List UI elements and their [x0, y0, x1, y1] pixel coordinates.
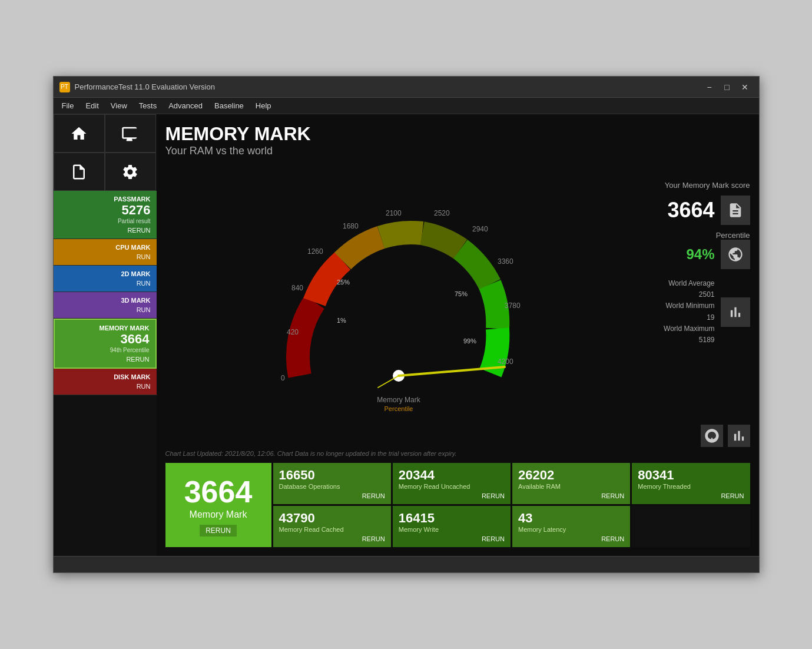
svg-text:75%: 75% — [455, 290, 468, 297]
menu-edit[interactable]: Edit — [79, 99, 104, 112]
chart-button[interactable] — [721, 297, 750, 327]
sidebar: PASSMARK 5276 Partial result RERUN CPU M… — [54, 114, 157, 556]
menu-view[interactable]: View — [105, 99, 133, 112]
result-memread-cached-rerun[interactable]: RERUN — [279, 535, 385, 542]
world-min-label: World Minimum — [665, 302, 714, 310]
score-panel: Your Memory Mark score 3664 Percentile 9… — [644, 163, 750, 447]
result-avail-ram-rerun[interactable]: RERUN — [518, 492, 624, 499]
sidebar-item-diskmark[interactable]: DISK MARK RUN — [54, 369, 157, 395]
menu-advanced[interactable]: Advanced — [163, 99, 208, 112]
sidebar-item-memmark[interactable]: MEMORY MARK 3664 94th Percentile RERUN — [54, 319, 157, 369]
svg-text:25%: 25% — [337, 279, 350, 286]
gear-icon — [121, 163, 139, 181]
close-button[interactable]: ✕ — [737, 81, 753, 94]
world-max-value: 5189 — [699, 336, 715, 344]
svg-text:1%: 1% — [337, 317, 346, 324]
result-mem-write-desc: Memory Write — [399, 526, 505, 533]
result-cell-avail-ram[interactable]: 26202 Available RAM RERUN — [512, 463, 630, 504]
twodmark-run-button[interactable]: RUN — [59, 280, 151, 287]
menu-file[interactable]: File — [56, 99, 80, 112]
result-main-rerun-button[interactable]: RERUN — [200, 525, 237, 537]
result-cell-database[interactable]: 16650 Database Operations RERUN — [273, 463, 391, 504]
result-cell-mem-latency[interactable]: 43 Memory Latency RERUN — [512, 506, 630, 547]
cpumark-run-button[interactable]: RUN — [59, 253, 151, 260]
svg-text:0: 0 — [281, 374, 285, 382]
result-cell-mem-threaded[interactable]: 80341 Memory Threaded RERUN — [632, 463, 750, 504]
twodmark-title: 2D MARK — [59, 270, 151, 277]
svg-text:3360: 3360 — [498, 257, 513, 266]
speedometer-button[interactable] — [701, 425, 723, 447]
sidebar-item-passmark[interactable]: PASSMARK 5276 Partial result RERUN — [54, 191, 157, 239]
result-mem-threaded-value: 80341 — [638, 468, 744, 483]
result-database-rerun[interactable]: RERUN — [279, 492, 385, 499]
status-bar — [54, 556, 759, 572]
cpumark-title: CPU MARK — [59, 244, 151, 251]
result-cell-memread-uncached[interactable]: 20344 Memory Read Uncached RERUN — [393, 463, 511, 504]
menu-help[interactable]: Help — [250, 99, 277, 112]
percentile-label: Percentile — [644, 231, 750, 240]
sidebar-monitor-button[interactable] — [105, 114, 156, 153]
world-min-value: 19 — [707, 313, 714, 322]
result-mem-latency-desc: Memory Latency — [518, 526, 624, 533]
sidebar-item-2dmark[interactable]: 2D MARK RUN — [54, 266, 157, 292]
result-avail-ram-value: 26202 — [518, 468, 624, 483]
bar-chart-icon — [731, 428, 747, 444]
svg-text:99%: 99% — [463, 337, 476, 345]
sidebar-settings-button[interactable] — [105, 153, 156, 191]
passmark-sub: Partial result — [59, 218, 151, 224]
sidebar-home-button[interactable] — [54, 114, 105, 153]
world-avg-value: 2501 — [699, 290, 715, 299]
minimize-button[interactable]: − — [701, 81, 718, 94]
result-cell-memread-cached[interactable]: 43790 Memory Read Cached RERUN — [273, 506, 391, 547]
svg-text:4200: 4200 — [498, 357, 513, 366]
svg-text:840: 840 — [291, 284, 303, 292]
gauge-section: 0 420 840 1260 1680 2100 2520 2940 3360 … — [165, 163, 750, 447]
save-score-button[interactable] — [721, 196, 750, 225]
score-value: 3664 — [667, 198, 714, 223]
result-mem-latency-rerun[interactable]: RERUN — [518, 535, 624, 542]
menu-baseline[interactable]: Baseline — [208, 99, 250, 112]
threedmark-run-button[interactable]: RUN — [59, 306, 151, 313]
sidebar-item-cpumark[interactable]: CPU MARK RUN — [54, 239, 157, 266]
passmark-value: 5276 — [59, 203, 151, 218]
svg-line-17 — [378, 376, 399, 388]
passmark-rerun-button[interactable]: RERUN — [59, 227, 151, 234]
percentile-value: 94% — [686, 246, 714, 263]
sidebar-export-button[interactable] — [54, 153, 105, 191]
result-cell-mem-write[interactable]: 16415 Memory Write RERUN — [393, 506, 511, 547]
menu-bar: File Edit View Tests Advanced Baseline H… — [54, 98, 759, 114]
app-icon: PT — [59, 82, 70, 92]
result-memread-uncached-value: 20344 — [399, 468, 505, 483]
monitor-icon — [121, 125, 139, 143]
main-window: PT PerformanceTest 11.0 Evaluation Versi… — [53, 76, 760, 573]
world-info: World Average 2501 World Minimum 19 Worl… — [664, 278, 714, 346]
menu-tests[interactable]: Tests — [133, 99, 163, 112]
maximize-button[interactable]: □ — [719, 81, 735, 94]
svg-text:1260: 1260 — [307, 247, 323, 256]
window-title: PerformanceTest 11.0 Evaluation Version — [75, 82, 701, 91]
result-memread-cached-value: 43790 — [279, 511, 385, 526]
result-cell-empty — [632, 506, 750, 547]
world-max-label: World Maximum — [664, 324, 714, 333]
result-mem-threaded-rerun[interactable]: RERUN — [638, 492, 744, 499]
chart-note: Chart Last Updated: 2021/8/20, 12:06. Ch… — [165, 450, 750, 457]
diskmark-run-button[interactable]: RUN — [59, 383, 151, 390]
result-memread-uncached-desc: Memory Read Uncached — [399, 483, 505, 490]
memmark-rerun-button[interactable]: RERUN — [61, 356, 150, 363]
svg-text:Percentile: Percentile — [385, 405, 413, 412]
result-mem-write-rerun[interactable]: RERUN — [399, 535, 505, 542]
gauge-container: 0 420 840 1260 1680 2100 2520 2940 3360 … — [165, 163, 632, 447]
sidebar-item-3dmark[interactable]: 3D MARK RUN — [54, 292, 157, 319]
passmark-title: PASSMARK — [59, 196, 151, 203]
sidebar-top-buttons — [54, 114, 157, 153]
svg-text:3780: 3780 — [505, 302, 521, 310]
main-layout: PASSMARK 5276 Partial result RERUN CPU M… — [54, 114, 759, 556]
world-compare-button[interactable] — [721, 240, 750, 269]
result-memread-uncached-rerun[interactable]: RERUN — [399, 492, 505, 499]
result-memread-cached-desc: Memory Read Cached — [279, 526, 385, 533]
score-info: 3664 — [667, 198, 714, 223]
header-section: MEMORY MARK Your RAM vs the world — [165, 123, 750, 157]
bar-chart-button[interactable] — [728, 425, 750, 447]
result-main-cell[interactable]: 3664 Memory Mark RERUN — [165, 463, 271, 547]
window-controls: − □ ✕ — [701, 81, 753, 94]
